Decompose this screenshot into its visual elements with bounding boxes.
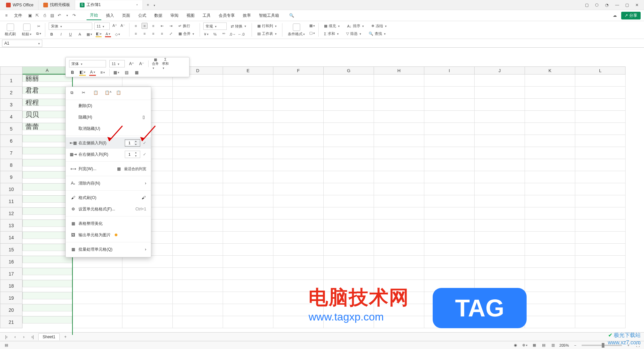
- cell[interactable]: [525, 304, 575, 316]
- cell[interactable]: [122, 292, 173, 304]
- cell[interactable]: [575, 123, 626, 135]
- increase-font-icon[interactable]: A⁺: [112, 22, 118, 29]
- cell[interactable]: [475, 195, 525, 207]
- orientation-icon[interactable]: ⤢: [168, 31, 174, 37]
- close-icon[interactable]: ✕: [635, 3, 640, 7]
- cell[interactable]: [475, 256, 525, 268]
- cell[interactable]: [525, 99, 575, 111]
- export-icon[interactable]: ⇱: [34, 12, 40, 18]
- cell[interactable]: [324, 147, 374, 159]
- cell[interactable]: [525, 183, 575, 195]
- cm-format-painter[interactable]: 🖌格式刷(O)🖌: [66, 192, 151, 203]
- comma-icon[interactable]: ºº: [221, 31, 227, 37]
- cell[interactable]: [173, 195, 223, 207]
- cell[interactable]: [273, 232, 324, 244]
- menu-icon[interactable]: ≡: [3, 12, 9, 18]
- cell[interactable]: [424, 135, 475, 147]
- last-sheet-icon[interactable]: ›|: [30, 334, 36, 340]
- cm-delete[interactable]: 删除(D): [66, 100, 151, 111]
- row-header[interactable]: 16: [0, 256, 22, 268]
- worksheet-button[interactable]: ▤工作表: [255, 31, 279, 37]
- row-header[interactable]: 21: [0, 316, 22, 328]
- select-all-corner[interactable]: [0, 66, 22, 74]
- cm-cell-format[interactable]: ⚙设置单元格格式(F)...Ctrl+1: [66, 203, 151, 215]
- currency-icon[interactable]: ¥: [203, 31, 209, 37]
- cell[interactable]: [22, 183, 72, 191]
- cell[interactable]: [22, 292, 72, 299]
- copy-icon[interactable]: ⧉: [70, 90, 77, 97]
- cell[interactable]: [424, 207, 475, 219]
- font-color-icon[interactable]: A: [89, 69, 96, 76]
- cell[interactable]: [273, 256, 324, 268]
- column-header[interactable]: K: [525, 66, 575, 74]
- strike-icon[interactable]: A̵: [77, 31, 83, 37]
- cell[interactable]: 君君: [22, 87, 72, 94]
- cm-clear[interactable]: Aₓ清除内容(N)›: [66, 178, 151, 189]
- percent-icon[interactable]: %: [212, 31, 218, 37]
- undo-icon[interactable]: ↶: [56, 12, 62, 18]
- cell[interactable]: [223, 268, 273, 280]
- filter-button[interactable]: ▽筛选: [344, 31, 363, 37]
- cell[interactable]: [525, 256, 575, 268]
- next-sheet-icon[interactable]: ›: [21, 334, 27, 340]
- increase-decimal-icon[interactable]: .0→: [229, 31, 235, 37]
- cell[interactable]: [22, 135, 72, 142]
- minimize-icon[interactable]: —: [615, 3, 620, 7]
- column-header[interactable]: L: [575, 66, 626, 74]
- cell[interactable]: [173, 292, 223, 304]
- cell[interactable]: [575, 280, 626, 292]
- cell[interactable]: [273, 111, 324, 123]
- cell[interactable]: [424, 256, 475, 268]
- cell[interactable]: [173, 135, 223, 147]
- row-header[interactable]: 3: [0, 99, 22, 111]
- cell[interactable]: [173, 171, 223, 183]
- cell[interactable]: [575, 232, 626, 244]
- cell[interactable]: [324, 268, 374, 280]
- row-header[interactable]: 2: [0, 87, 22, 99]
- cell[interactable]: [324, 195, 374, 207]
- decrease-font-icon[interactable]: A⁻: [120, 22, 126, 29]
- cell[interactable]: [173, 159, 223, 171]
- align-justify-icon[interactable]: ≡: [159, 31, 165, 37]
- cell[interactable]: [223, 171, 273, 183]
- column-header[interactable]: E: [223, 66, 273, 74]
- indent-right-icon[interactable]: ⇥: [168, 23, 174, 29]
- cell[interactable]: [72, 292, 122, 304]
- row-header[interactable]: 14: [0, 232, 22, 244]
- cell[interactable]: [575, 195, 626, 207]
- name-box[interactable]: A1: [2, 40, 42, 47]
- cell[interactable]: [223, 232, 273, 244]
- tab-start[interactable]: 开始: [87, 11, 101, 20]
- cell[interactable]: [273, 171, 324, 183]
- fill-button[interactable]: ▦填充: [322, 23, 342, 29]
- cell[interactable]: [424, 219, 475, 232]
- cell[interactable]: [525, 147, 575, 159]
- cm-col-width[interactable]: ⟷列宽(W)...▦最适合的列宽: [66, 163, 151, 174]
- align-left-icon[interactable]: ≡: [133, 31, 139, 37]
- cell[interactable]: [374, 111, 424, 123]
- cell[interactable]: [424, 159, 475, 171]
- cell[interactable]: [324, 171, 374, 183]
- cell[interactable]: [475, 74, 525, 87]
- cell[interactable]: [22, 159, 72, 166]
- cell[interactable]: [374, 183, 424, 195]
- cell[interactable]: [525, 111, 575, 123]
- cell[interactable]: [173, 87, 223, 99]
- cell[interactable]: [525, 171, 575, 183]
- cell[interactable]: [424, 268, 475, 280]
- cell[interactable]: [424, 171, 475, 183]
- cm-export-img[interactable]: 🖼输出单元格为图片: [66, 229, 151, 241]
- row-header[interactable]: 1: [0, 74, 22, 87]
- cell[interactable]: [525, 292, 575, 304]
- cell-style-icon[interactable]: ▢: [309, 30, 315, 36]
- cell[interactable]: [374, 207, 424, 219]
- freeze-button[interactable]: ❄冻结: [369, 23, 389, 29]
- cell[interactable]: [374, 195, 424, 207]
- sum-button[interactable]: Σ求和: [162, 60, 169, 67]
- cell[interactable]: [374, 171, 424, 183]
- cell[interactable]: [525, 207, 575, 219]
- cell[interactable]: [122, 256, 173, 268]
- eye-icon[interactable]: ◉: [513, 342, 519, 348]
- spin-up[interactable]: ▲: [134, 151, 138, 154]
- cell[interactable]: [374, 268, 424, 280]
